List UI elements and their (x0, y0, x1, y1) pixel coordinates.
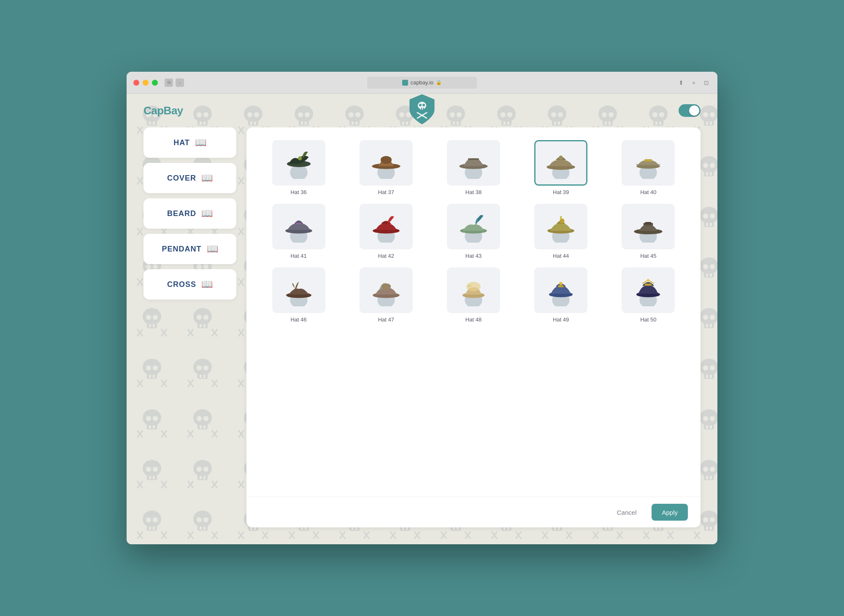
item-label-41: Hat 41 (290, 253, 306, 259)
sidebar-item-cross[interactable]: CROSS 📖 (143, 269, 236, 300)
app-window: ⊞ ‹ capbay.io 🔒 ⬆ + ⊡ CapBay (127, 72, 717, 544)
hat-svg-43 (454, 211, 492, 243)
logo-text: CapBay (143, 104, 183, 117)
new-tab-icon[interactable]: + (690, 78, 698, 87)
titlebar-actions: ⬆ + ⊡ (677, 78, 711, 87)
svg-point-48 (559, 281, 563, 285)
book-icon-cover: 📖 (201, 173, 213, 184)
item-label-44: Hat 44 (553, 253, 569, 259)
hat-svg-46 (280, 275, 318, 306)
item-card-37[interactable]: Hat 37 (346, 140, 425, 195)
svg-rect-25 (296, 223, 301, 224)
item-card-48[interactable]: Hat 48 (434, 267, 513, 323)
item-thumb-45 (622, 204, 675, 249)
cancel-button[interactable]: Cancel (607, 504, 647, 521)
hat-svg-39 (542, 147, 580, 179)
hat-svg-44 (542, 211, 580, 243)
book-icon-beard: 📖 (201, 208, 213, 219)
hat-svg-45 (629, 211, 667, 243)
sidebar-item-beard[interactable]: BEARD 📖 (143, 198, 236, 229)
share-icon[interactable]: ⬆ (677, 78, 685, 87)
sidebar-item-hat[interactable]: HAT 📖 (143, 127, 236, 158)
apply-button[interactable]: Apply (652, 504, 688, 521)
item-label-36: Hat 36 (290, 189, 306, 195)
sidebar-item-pendant[interactable]: PENDANT 📖 (143, 234, 236, 264)
item-thumb-44 (534, 204, 587, 249)
item-label-49: Hat 49 (553, 316, 569, 323)
hat-svg-37 (367, 147, 405, 179)
url-text: capbay.io (411, 79, 434, 86)
item-card-38[interactable]: Hat 38 (434, 140, 513, 195)
hat-svg-40 (629, 147, 667, 179)
sidebar-item-cover[interactable]: COVER 📖 (143, 163, 236, 193)
item-label-43: Hat 43 (465, 253, 482, 259)
shield-logo-icon (408, 94, 436, 126)
item-card-41[interactable]: Hat 41 (259, 204, 338, 259)
main-layout: HAT 📖 COVER 📖 BEARD 📖 PENDANT 📖 CROSS (127, 127, 717, 544)
svg-point-1 (419, 104, 422, 106)
svg-rect-51 (645, 283, 652, 286)
svg-point-2 (422, 104, 425, 106)
svg-point-10 (298, 156, 302, 160)
item-label-45: Hat 45 (640, 253, 656, 259)
item-label-39: Hat 39 (553, 189, 569, 195)
item-thumb-39 (534, 140, 587, 186)
svg-rect-4 (421, 108, 422, 110)
item-thumb-46 (272, 267, 325, 313)
item-card-45[interactable]: Hat 45 (609, 204, 688, 259)
item-thumb-36 (272, 140, 325, 186)
traffic-lights (133, 80, 158, 86)
address-bar[interactable]: capbay.io 🔒 (367, 77, 477, 89)
item-card-39[interactable]: Hat 39 (522, 140, 601, 195)
item-label-38: Hat 38 (465, 189, 482, 195)
tabs-icon[interactable]: ⊡ (702, 78, 711, 87)
svg-point-19 (559, 155, 563, 159)
item-label-46: Hat 46 (290, 316, 306, 323)
item-label-47: Hat 47 (378, 316, 394, 323)
items-grid: Hat 36 Hat 37 Hat 38 (246, 127, 701, 497)
maximize-button[interactable] (152, 80, 158, 86)
lock-icon: 🔒 (436, 80, 442, 85)
item-card-43[interactable]: Hat 43 (434, 204, 513, 259)
item-label-37: Hat 37 (378, 189, 394, 195)
item-card-40[interactable]: Hat 40 (609, 140, 688, 195)
item-label-40: Hat 40 (640, 189, 656, 195)
theme-toggle[interactable] (679, 104, 701, 117)
item-card-47[interactable]: Hat 47 (346, 267, 425, 323)
item-thumb-38 (447, 140, 500, 186)
book-icon-hat: 📖 (195, 137, 206, 148)
hat-svg-42 (367, 211, 405, 243)
book-icon-cross: 📖 (201, 279, 213, 290)
item-card-46[interactable]: Hat 46 (259, 267, 338, 323)
hat-svg-48 (454, 275, 492, 306)
item-card-44[interactable]: Hat 44 (522, 204, 601, 259)
item-thumb-50 (622, 267, 675, 313)
item-thumb-42 (360, 204, 413, 249)
item-card-42[interactable]: Hat 42 (346, 204, 425, 259)
hat-svg-49 (542, 275, 580, 306)
svg-rect-5 (423, 108, 424, 110)
item-label-50: Hat 50 (640, 316, 656, 323)
sidebar: HAT 📖 COVER 📖 BEARD 📖 PENDANT 📖 CROSS (143, 127, 236, 527)
shield-logo-container (408, 94, 436, 127)
content-panel: Hat 36 Hat 37 Hat 38 (246, 127, 701, 527)
item-label-42: Hat 42 (378, 253, 394, 259)
item-card-36[interactable]: Hat 36 (259, 140, 338, 195)
minimize-button[interactable] (143, 80, 149, 86)
book-icon-pendant: 📖 (207, 243, 218, 254)
sidebar-toggle-icon[interactable]: ⊞ (165, 78, 173, 87)
window-content: CapBay (127, 94, 717, 544)
svg-rect-16 (468, 158, 479, 160)
back-icon[interactable]: ‹ (176, 78, 184, 87)
hat-svg-36 (280, 147, 318, 179)
item-card-49[interactable]: Hat 49 (522, 267, 601, 323)
item-thumb-48 (447, 267, 500, 313)
titlebar: ⊞ ‹ capbay.io 🔒 ⬆ + ⊡ (127, 72, 717, 94)
hat-svg-50 (629, 275, 667, 306)
hat-svg-41 (280, 211, 318, 243)
svg-point-54 (647, 279, 650, 281)
item-card-50[interactable]: Hat 50 (609, 267, 688, 323)
item-thumb-37 (360, 140, 413, 186)
top-bar: CapBay (127, 94, 717, 127)
close-button[interactable] (133, 80, 139, 86)
